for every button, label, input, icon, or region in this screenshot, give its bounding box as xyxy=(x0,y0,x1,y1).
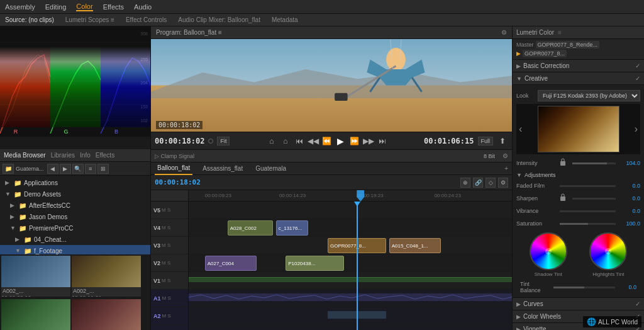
tl-link-btn[interactable]: 🔗 xyxy=(473,178,483,188)
timeline-timecode[interactable]: 00:00:18:02 xyxy=(155,178,201,186)
thumbnail-3[interactable]: A002_... 00:00:10:12 xyxy=(72,299,141,330)
menu-item-assembly[interactable]: Assembly xyxy=(5,3,35,11)
thumbnail-0[interactable]: A002_... 00:00:09:10 xyxy=(1,256,70,297)
grid-view-btn[interactable]: ⊞ xyxy=(97,164,109,174)
play-back-btn[interactable]: ◀◀ xyxy=(308,135,319,147)
main-layout: R G B 308 255 204 153 102 xyxy=(0,26,644,330)
lumetri-color-title: Lumetri Color xyxy=(516,29,554,36)
tree-item-footage[interactable]: ▼ 📁 f_Footage xyxy=(0,245,150,254)
tree-item-jason-demos[interactable]: ▶ 📁 Jason Demos xyxy=(0,211,150,222)
saturation-row: Saturation 100.0 xyxy=(516,217,640,230)
timeline-tab-guatemala[interactable]: Guatemala xyxy=(253,162,289,175)
metadata-tab[interactable]: Metadata xyxy=(269,16,301,23)
a1-audio-clip xyxy=(189,293,512,301)
saturation-slider[interactable] xyxy=(560,223,616,225)
track-label-v3: V3 M S xyxy=(151,237,188,254)
preview-prev-btn[interactable]: ‹ xyxy=(519,123,522,135)
clip-c13176[interactable]: c_13176... xyxy=(276,220,308,236)
tl-settings-btn[interactable]: ⚙ xyxy=(498,178,508,188)
track-label-v5: V5 M S xyxy=(151,202,188,219)
step-prev-btn[interactable]: ⏪ xyxy=(321,135,333,147)
tree-item-aftereffects[interactable]: ▶ 📁 AfterEffectsCC xyxy=(0,200,150,211)
a2-audio-clip xyxy=(328,311,386,319)
sharpen-slider[interactable] xyxy=(572,198,616,200)
svg-rect-19 xyxy=(335,93,348,101)
navigate-back-btn[interactable]: ◀ xyxy=(47,164,58,174)
clip-a028[interactable]: A028_C002 xyxy=(228,220,273,236)
svg-text:B: B xyxy=(114,128,118,135)
intensity-slider[interactable] xyxy=(572,162,616,164)
search-btn[interactable]: 🔍 xyxy=(72,164,84,174)
full-quality-btn[interactable]: Full xyxy=(478,137,494,145)
clip-p1020438[interactable]: P1020438... xyxy=(286,256,344,271)
step-back-btn[interactable]: ⏮ xyxy=(294,135,305,147)
thumbnail-2[interactable]: A002_... 00:00:10:00 xyxy=(1,299,70,330)
creative-content: Look Fuji F125 Kodak 2393 (by Adobe) ‹ ›… xyxy=(513,85,644,298)
master-label: Master xyxy=(516,42,534,48)
media-browser-header: Media Browser Libraries Info Effects xyxy=(0,149,150,162)
shadow-tint-wheel[interactable] xyxy=(530,232,567,270)
mark-out-btn[interactable]: ⌂ xyxy=(280,135,291,147)
creative-section[interactable]: ▼ Creative ✓ xyxy=(513,72,644,85)
curves-section[interactable]: ▶ Curves ✓ xyxy=(513,298,644,310)
mark-in-btn[interactable]: ⌂ xyxy=(266,135,277,147)
media-thumbnails-area: A002_... 00:00:09:10 A002_... 00:00:11:2… xyxy=(0,254,150,330)
fit-dropdown[interactable]: Fit xyxy=(217,137,230,145)
libraries-tab[interactable]: Libraries xyxy=(51,152,75,159)
monitor-viewport[interactable]: 00:00:18:02 xyxy=(151,39,512,132)
look-select[interactable]: Fuji F125 Kodak 2393 (by Adobe) xyxy=(538,90,640,101)
timeline-tab-assassins[interactable]: Assassins_flat xyxy=(200,162,245,175)
media-browser-tab[interactable]: Media Browser xyxy=(4,152,46,159)
navigate-forward-btn[interactable]: ▶ xyxy=(60,164,71,174)
timeline-tab-balloon[interactable]: Balloon_flat xyxy=(155,162,192,175)
master-dropdown[interactable]: GOPR0077_8_Rende... xyxy=(536,41,600,48)
tree-item-premiere[interactable]: ▼ 📁 PremiereProCC xyxy=(0,222,150,234)
timeline-panel: ▷ Clamp Signal 8 Bit ⚙ Balloon_flat Assa… xyxy=(151,149,512,330)
tree-item-applications[interactable]: ▶ 📁 Applications xyxy=(0,177,150,188)
lumetri-color-menu-icon[interactable]: ≡ xyxy=(558,29,562,36)
play-btn[interactable]: ▶ xyxy=(335,135,347,147)
list-view-btn[interactable]: ≡ xyxy=(85,164,96,174)
v1-base-clip xyxy=(189,277,512,282)
color-preview: ‹ › xyxy=(516,104,640,154)
lumetri-scopes-tab[interactable]: Lumetri Scopes ≡ xyxy=(63,16,117,23)
tl-snap-btn[interactable]: ⊕ xyxy=(460,178,470,188)
tree-item-demo-assets[interactable]: ▼ 📁 Demo Assets xyxy=(0,188,150,200)
marker-btn[interactable] xyxy=(208,139,213,144)
step-next-btn[interactable]: ⏩ xyxy=(349,135,360,147)
settings-icon[interactable]: ⚙ xyxy=(502,152,508,159)
play-forward-btn[interactable]: ▶▶ xyxy=(363,135,374,147)
menu-item-audio[interactable]: Audio xyxy=(134,3,152,11)
info-tab[interactable]: Info xyxy=(80,152,91,159)
tree-item-04cheat[interactable]: ▶ 📁 04_Cheat... xyxy=(0,234,150,245)
preview-next-btn[interactable]: › xyxy=(635,123,638,135)
export-btn[interactable]: ⬆ xyxy=(497,135,508,147)
clip-a015[interactable]: A015_C048_1... xyxy=(389,238,441,253)
highlights-tint-wheel[interactable] xyxy=(589,232,627,270)
lumetri-scopes-panel: R G B 308 255 204 153 102 xyxy=(0,26,150,149)
audio-clip-mixer-tab[interactable]: Audio Clip Mixer: Balloon_flat xyxy=(175,16,263,23)
add-sequence-btn[interactable]: + xyxy=(504,165,508,172)
thumbnail-1[interactable]: A002_... 00:00:11:21 xyxy=(72,256,141,297)
tl-marker-btn[interactable]: ◇ xyxy=(486,178,496,188)
track-row-a2 xyxy=(189,307,512,325)
menu-item-editing[interactable]: Editing xyxy=(45,3,67,11)
clip-dropdown[interactable]: GOPR0077_8... xyxy=(523,50,567,57)
tint-slider[interactable] xyxy=(553,287,615,288)
faded-film-slider[interactable] xyxy=(560,185,616,187)
menu-item-effects[interactable]: Effects xyxy=(103,3,124,11)
effects-tab[interactable]: Effects xyxy=(96,152,114,159)
clip-a027[interactable]: A027_C004 xyxy=(205,256,257,271)
menu-item-color[interactable]: Color xyxy=(76,3,92,11)
monitor-timecode[interactable]: 00:00:18:02 xyxy=(155,137,204,145)
vibrance-slider[interactable] xyxy=(560,210,616,212)
effect-controls-tab[interactable]: Effect Controls xyxy=(123,16,169,23)
basic-correction-section[interactable]: ▶ Basic Correction ✓ xyxy=(513,60,644,72)
program-monitor-title: Program: Balloon_flat ≡ xyxy=(156,29,222,36)
monitor-settings-icon[interactable]: ⚙ xyxy=(501,29,507,36)
clip-gopr0077[interactable]: GOPR0077_8... xyxy=(328,238,386,253)
timeline-ruler[interactable]: 00:00:09:23 00:00:14:23 00:00:19:23 00:0… xyxy=(189,190,512,202)
step-forward-btn[interactable]: ⏭ xyxy=(377,135,388,147)
source-panel-tab[interactable]: Source: (no clips) xyxy=(3,16,57,23)
folder-btn[interactable]: 📁 xyxy=(3,164,14,174)
